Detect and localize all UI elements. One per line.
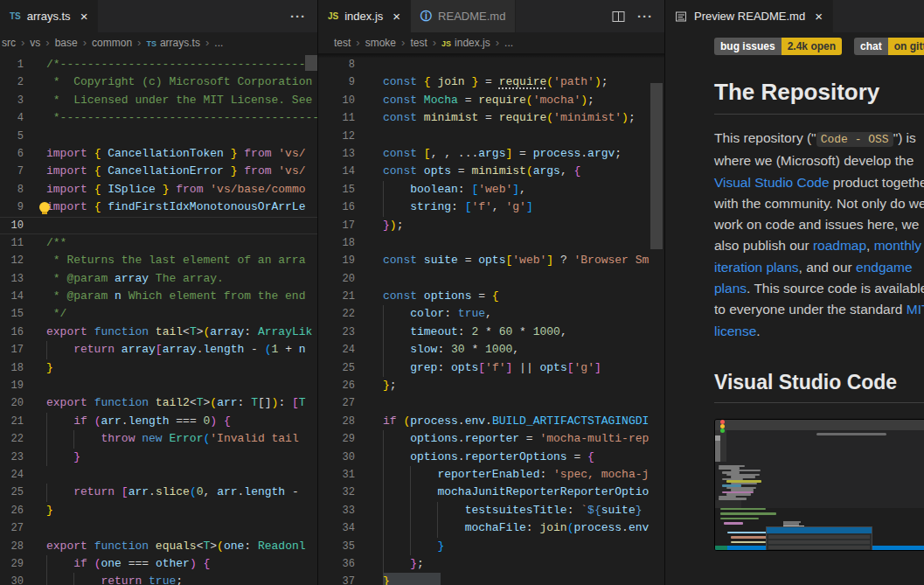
- breadcrumb-item[interactable]: TSarrays.ts: [146, 37, 200, 49]
- code-line[interactable]: 21 if (arr.length === 0) {: [0, 413, 317, 430]
- code-line[interactable]: 20export function tail2<T>(arr: T[]): [T: [0, 394, 317, 412]
- code-line[interactable]: 7import { CancellationError } from 'vs/: [0, 163, 317, 180]
- tab-arrays-ts[interactable]: TSarrays.ts×: [0, 0, 98, 32]
- code-line[interactable]: 26};: [318, 377, 664, 394]
- code-line[interactable]: 4 *-------------------------------------…: [0, 109, 317, 127]
- code-line[interactable]: 6import { CancellationToken } from 'vs/: [0, 145, 317, 163]
- code-line[interactable]: 25 grep: opts['f'] || opts['g']: [318, 359, 664, 377]
- code-line[interactable]: 27: [0, 519, 317, 537]
- code-line[interactable]: 14 * @param n Which element from the end: [0, 288, 317, 305]
- code-line[interactable]: 22 color: true,: [318, 305, 664, 323]
- code-line[interactable]: 35 }: [318, 538, 664, 555]
- code-line[interactable]: 1/*-------------------------------------…: [0, 56, 317, 73]
- md-link[interactable]: monthly: [874, 238, 921, 253]
- close-icon[interactable]: ×: [815, 10, 823, 23]
- code-line[interactable]: 18}: [0, 359, 317, 377]
- code-line[interactable]: 34 mochaFile: join(process.env: [318, 519, 664, 537]
- code-editor-index-js[interactable]: 89const { join } = require('path');10con…: [318, 53, 664, 585]
- code-line[interactable]: 24: [0, 466, 317, 484]
- code-line[interactable]: 13 * @param array The array.: [0, 270, 317, 288]
- code-line[interactable]: 12 * Returns the last element of an arra: [0, 252, 317, 269]
- code-line[interactable]: 10: [0, 217, 317, 234]
- code-line[interactable]: 17});: [318, 217, 664, 234]
- code-line[interactable]: 10const Mocha = require('mocha');: [318, 92, 664, 109]
- code-line[interactable]: 8: [318, 56, 664, 73]
- code-line[interactable]: 22 throw new Error('Invalid tail: [0, 430, 317, 448]
- md-link[interactable]: roadmap: [813, 238, 866, 253]
- code-line[interactable]: 2 * Copyright (c) Microsoft Corporation: [0, 73, 317, 91]
- code-line[interactable]: 30 return true;: [0, 573, 317, 585]
- code-line[interactable]: 16 string: ['f', 'g']: [318, 198, 664, 216]
- code-line[interactable]: 15 boolean: ['web'],: [318, 181, 664, 198]
- close-icon[interactable]: ×: [80, 10, 88, 23]
- code-line[interactable]: 21const options = {: [318, 288, 664, 305]
- breadcrumb-item[interactable]: src: [2, 37, 16, 49]
- code-line[interactable]: 14const opts = minimist(args, {: [318, 163, 664, 180]
- code-line[interactable]: 30 options.reporterOptions = {: [318, 449, 664, 466]
- code-line[interactable]: 33 testsuitesTitle: `${suite}: [318, 502, 664, 519]
- breadcrumb-item[interactable]: common: [92, 37, 132, 49]
- scrollbar-thumb[interactable]: [305, 55, 317, 71]
- code-line[interactable]: 23 }: [0, 449, 317, 466]
- code-line[interactable]: 11const minimist = require('minimist');: [318, 109, 664, 127]
- code-line[interactable]: 32 mochaJunitReporterReporterOptio: [318, 484, 664, 501]
- code-line[interactable]: 5: [0, 128, 317, 145]
- code-line[interactable]: 17 return array[array.length - (1 + n: [0, 341, 317, 359]
- code-line[interactable]: 11/**: [0, 234, 317, 252]
- tab-preview-readme-md[interactable]: Preview README.md×: [665, 0, 833, 32]
- code-line[interactable]: 25 return [arr.slice(0, arr.length -: [0, 484, 317, 501]
- code-line[interactable]: 26}: [0, 502, 317, 519]
- code-line[interactable]: 3 * Licensed under the MIT License. See: [0, 92, 317, 109]
- md-link[interactable]: Visual Studio Code: [714, 175, 830, 190]
- code-line[interactable]: 9const { join } = require('path');: [318, 73, 664, 91]
- tab-index-js[interactable]: JSindex.js×: [318, 0, 411, 32]
- breadcrumb-item[interactable]: ...: [214, 37, 223, 49]
- breadcrumb-item[interactable]: ...: [504, 37, 513, 49]
- scrollbar-thumb[interactable]: [650, 83, 663, 249]
- breadcrumb-item[interactable]: JSindex.js: [441, 37, 490, 49]
- code-line[interactable]: 13const [, , ...args] = process.argv;: [318, 145, 664, 163]
- code-line[interactable]: 16export function tail<T>(array: ArrayLi…: [0, 324, 317, 341]
- code-line[interactable]: 29 options.reporter = 'mocha-multi-rep: [318, 430, 664, 448]
- breadcrumb-item[interactable]: test: [334, 37, 351, 49]
- code-line[interactable]: 28export function equals<T>(one: Readonl: [0, 538, 317, 555]
- breadcrumb-item[interactable]: base: [55, 37, 78, 49]
- code-line[interactable]: 15 */: [0, 305, 317, 323]
- code-line[interactable]: 9import { findFirstIdxMonotonousOrArrLe: [0, 198, 317, 216]
- code-line[interactable]: 31 reporterEnabled: 'spec, mocha-j: [318, 466, 664, 484]
- code-line[interactable]: 29 if (one === other) {: [0, 555, 317, 573]
- code-line[interactable]: 36 };: [318, 555, 664, 573]
- code-line[interactable]: 27: [318, 394, 664, 412]
- md-link[interactable]: endgame: [856, 260, 913, 275]
- code-line[interactable]: 20: [318, 270, 664, 288]
- more-actions-icon[interactable]: ···: [637, 10, 653, 23]
- close-icon[interactable]: ×: [393, 10, 400, 23]
- code-line[interactable]: 8import { ISplice } from 'vs/base/commo: [0, 181, 317, 198]
- code-line[interactable]: 37}: [318, 573, 664, 585]
- code-line[interactable]: 28if (process.env.BUILD_ARTIFACTSTAGINGD…: [318, 413, 664, 430]
- md-link[interactable]: plans: [714, 281, 747, 296]
- breadcrumb-item[interactable]: test: [410, 37, 427, 49]
- code-line[interactable]: 12: [318, 128, 664, 145]
- split-editor-icon[interactable]: [612, 10, 625, 23]
- md-link[interactable]: iteration plans: [714, 260, 799, 275]
- line-number: 34: [318, 519, 355, 537]
- md-link[interactable]: MIT: [907, 302, 924, 317]
- more-actions-icon[interactable]: ···: [290, 10, 306, 23]
- breadcrumb-item[interactable]: smoke: [365, 37, 396, 49]
- line-number: 1: [0, 56, 24, 73]
- line-number: 29: [0, 555, 24, 573]
- badge-bug-issues[interactable]: bug issues2.4k open: [714, 38, 842, 55]
- code-line[interactable]: 18: [318, 234, 664, 252]
- code-editor-arrays-ts[interactable]: 1/*-------------------------------------…: [0, 53, 317, 585]
- code-line[interactable]: 24 slow: 30 * 1000,: [318, 341, 664, 359]
- md-link[interactable]: license: [714, 324, 756, 338]
- badge-chat[interactable]: chaton gitter: [854, 38, 924, 55]
- tab-readme-md[interactable]: ⓘREADME.md: [411, 0, 516, 32]
- breadcrumb-item[interactable]: vs: [30, 37, 40, 49]
- breadcrumb-label: test: [410, 37, 427, 49]
- code-line[interactable]: 23 timeout: 2 * 60 * 1000,: [318, 324, 664, 341]
- code-line[interactable]: 19: [0, 377, 317, 394]
- code-text: options.reporter = 'mocha-multi-rep: [383, 432, 649, 445]
- code-line[interactable]: 19const suite = opts['web'] ? 'Browser S…: [318, 252, 664, 269]
